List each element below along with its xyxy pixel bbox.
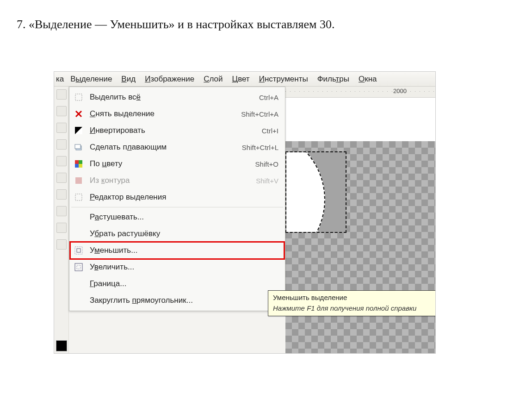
invert-icon <box>73 125 84 136</box>
horizontal-ruler: 2000 <box>285 87 435 98</box>
tool-icon[interactable] <box>56 89 67 100</box>
menu-item-label: Из контура <box>90 176 256 185</box>
menu-item-select-none[interactable]: Снять выделение Shift+Ctrl+A <box>70 106 284 122</box>
menu-item-border[interactable]: Граница... <box>70 275 284 292</box>
svg-rect-15 <box>75 263 82 271</box>
float-icon <box>73 142 84 153</box>
by-color-icon <box>73 158 84 169</box>
menu-item-label: Увеличить... <box>90 262 278 272</box>
from-path-icon <box>73 175 84 186</box>
menu-item-label: Граница... <box>90 279 278 288</box>
svg-rect-10 <box>75 177 82 184</box>
menu-item-label: Уменьшить... <box>90 246 278 255</box>
instruction-caption: 7. «Выделение — Уменьшить» и в настройка… <box>17 18 334 31</box>
tooltip-title: Уменьшить выделение <box>273 294 436 301</box>
selection-menu-dropdown: Выделить всё Ctrl+A Снять выделение Shif… <box>69 87 285 311</box>
menu-item-shortcut: Ctrl+I <box>262 127 278 135</box>
tool-icon[interactable] <box>56 206 67 216</box>
shrink-icon <box>73 245 84 256</box>
menu-item-shortcut: Shift+O <box>255 160 278 168</box>
svg-rect-11 <box>75 194 82 200</box>
menu-item-filters[interactable]: Фильтры <box>313 73 354 86</box>
menu-item-by-color[interactable]: По цвету Shift+O <box>70 156 284 172</box>
menu-item-layer[interactable]: Слой <box>199 73 227 86</box>
menu-item-from-path: Из контура Shift+V <box>70 172 284 189</box>
menu-item-shortcut: Shift+V <box>256 177 278 185</box>
color-swatch[interactable] <box>56 340 67 351</box>
menu-item-label: Закруглить прямоугольник... <box>90 296 278 305</box>
menu-item-label: Редактор выделения <box>90 193 278 202</box>
tool-icon[interactable] <box>56 123 67 133</box>
menu-item-shortcut: Ctrl+A <box>259 94 278 101</box>
tool-icon[interactable] <box>56 139 67 150</box>
svg-rect-6 <box>75 160 79 164</box>
canvas-selection-preview <box>285 151 346 233</box>
menu-item-selection-editor[interactable]: Редактор выделения <box>70 189 284 206</box>
menu-item-view[interactable]: Вид <box>117 73 140 86</box>
menu-item-label: Выделить всё <box>90 93 259 102</box>
menu-item-rounded-rectangle[interactable]: Закруглить прямоугольник... <box>70 292 284 309</box>
tool-icon[interactable] <box>56 106 67 116</box>
editor-icon <box>73 192 84 203</box>
menu-item-select-all[interactable]: Выделить всё Ctrl+A <box>70 89 284 106</box>
svg-rect-7 <box>79 160 82 164</box>
tool-icon[interactable] <box>56 239 67 250</box>
menu-item-tools[interactable]: Инструменты <box>254 73 313 86</box>
tool-icon[interactable] <box>56 189 67 200</box>
svg-rect-14 <box>77 265 80 269</box>
menu-item-shortcut: Shift+Ctrl+L <box>242 144 278 151</box>
menu-separator <box>71 207 283 207</box>
menu-item-feather[interactable]: Растушевать... <box>70 209 284 225</box>
ruler-tick-label: 2000 <box>393 88 407 94</box>
menu-item-shortcut: Shift+Ctrl+A <box>241 110 278 118</box>
select-all-icon <box>73 92 84 103</box>
menu-item-float[interactable]: Сделать плавающим Shift+Ctrl+L <box>70 139 284 156</box>
tool-icon[interactable] <box>56 156 67 166</box>
cancel-icon <box>73 108 84 119</box>
menu-item-label: По цвету <box>90 159 255 169</box>
grow-icon <box>73 262 84 273</box>
svg-rect-13 <box>77 249 80 252</box>
menu-item-invert[interactable]: Инвертировать Ctrl+I <box>70 122 284 139</box>
menu-bar-fragment: ка <box>56 73 66 86</box>
toolbox-sliver <box>54 87 69 353</box>
menu-item-label: Растушевать... <box>90 212 278 222</box>
blank-icon <box>73 278 84 289</box>
svg-rect-9 <box>79 164 82 168</box>
tool-icon[interactable] <box>56 173 67 183</box>
menu-item-grow[interactable]: Увеличить... <box>70 259 284 275</box>
blank-icon <box>73 212 84 223</box>
menu-item-windows[interactable]: Окна <box>354 73 382 86</box>
menu-item-sharpen[interactable]: Убрать растушёвку <box>70 225 284 242</box>
svg-rect-8 <box>75 164 79 168</box>
menu-item-label: Убрать растушёвку <box>90 229 278 238</box>
menu-item-image[interactable]: Изображение <box>140 73 199 86</box>
blank-icon <box>73 295 84 306</box>
svg-rect-0 <box>75 94 82 100</box>
menu-item-label: Сделать плавающим <box>90 143 242 152</box>
svg-rect-12 <box>75 247 82 254</box>
menu-item-selection[interactable]: Выделение <box>66 73 117 86</box>
menu-item-label: Снять выделение <box>90 109 241 119</box>
tool-icon[interactable] <box>56 223 67 233</box>
blank-icon <box>73 228 84 239</box>
svg-rect-5 <box>75 144 80 149</box>
menu-bar: ка Выделение Вид Изображение Слой Цвет И… <box>54 72 435 87</box>
menu-item-shrink[interactable]: Уменьшить... <box>70 242 284 259</box>
tooltip: Уменьшить выделение Нажмите F1 для получ… <box>268 290 436 316</box>
screenshot-frame: ка Выделение Вид Изображение Слой Цвет И… <box>54 71 436 354</box>
menu-item-color[interactable]: Цвет <box>228 73 254 86</box>
tooltip-body: Нажмите F1 для получения полной справки <box>273 304 436 312</box>
menu-item-label: Инвертировать <box>90 126 262 135</box>
